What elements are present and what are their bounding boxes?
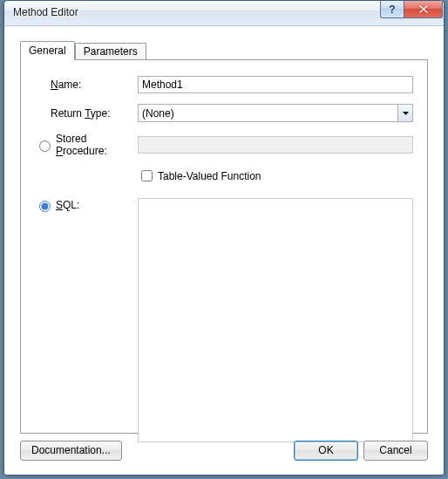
tab-body-general: Name: Return Type: (None) [20,59,428,434]
help-button[interactable]: ? [380,1,404,18]
sql-textarea[interactable] [138,198,413,442]
stored-procedure-field [138,136,413,154]
cancel-button[interactable]: Cancel [363,441,428,461]
documentation-button[interactable]: Documentation... [20,441,122,461]
sql-label[interactable]: SQL: [35,198,138,212]
help-icon: ? [389,3,395,16]
sql-radio[interactable] [39,201,51,212]
name-field[interactable] [138,76,413,93]
tab-strip: GeneralParameters [20,41,428,59]
return-type-label: Return Type: [35,107,138,120]
close-icon [419,5,428,13]
stored-procedure-label[interactable]: Stored Procedure: [35,133,138,157]
tab-general[interactable]: General [20,41,75,60]
table-valued-function-checkbox[interactable] [141,170,153,181]
window-title: Method Editor [13,6,78,18]
return-type-dropdown-button[interactable] [397,105,412,121]
name-label: Name: [35,79,138,91]
table-valued-function-label: Table-Valued Function [158,170,261,182]
return-type-combo[interactable]: (None) [138,104,413,122]
titlebar[interactable]: Method Editor ? [4,1,444,26]
stored-procedure-radio[interactable] [39,140,51,152]
tab-parameters[interactable]: Parameters [75,43,146,61]
method-editor-dialog: Method Editor ? GeneralParameters Name [3,0,445,476]
chevron-down-icon [403,112,409,115]
close-button[interactable] [404,1,443,18]
ok-button[interactable]: OK [294,441,358,461]
